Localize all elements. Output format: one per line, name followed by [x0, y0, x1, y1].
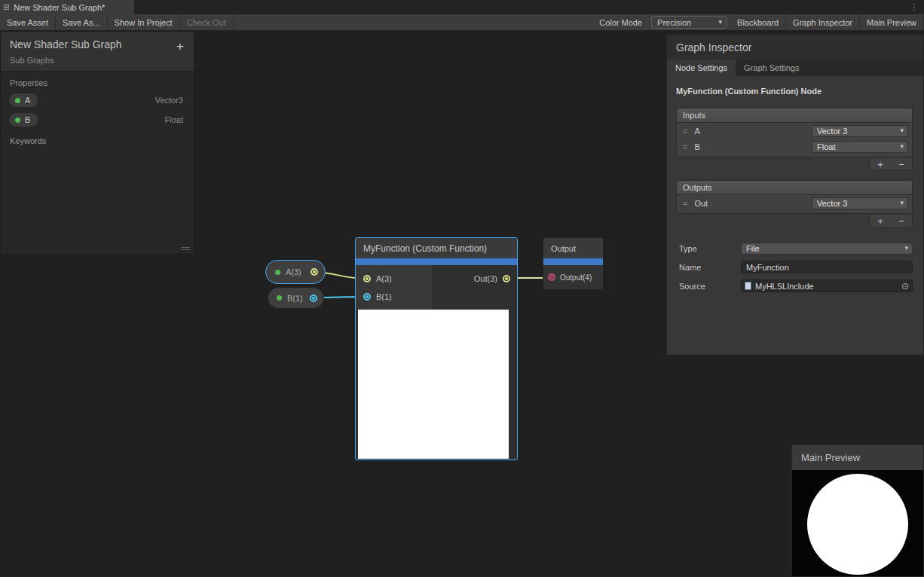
- preview-sphere: [807, 474, 908, 575]
- blackboard-subtitle: Sub Graphs: [10, 56, 185, 65]
- inputs-list: Inputs = A Vector 3 ▾ = B Float ▾: [676, 108, 913, 157]
- outputs-list-footer: + −: [667, 214, 913, 227]
- check-out-button: Check Out: [180, 14, 234, 30]
- inputs-row-a: = A Vector 3 ▾: [677, 123, 912, 139]
- input-type-dropdown[interactable]: Vector 3 ▾: [812, 125, 908, 137]
- drag-handle-icon[interactable]: =: [683, 142, 687, 151]
- add-input-button[interactable]: +: [870, 158, 891, 170]
- blackboard-panel: New Shader Sub Graph Sub Graphs + Proper…: [0, 31, 194, 255]
- property-node-a[interactable]: A(3): [265, 260, 326, 284]
- outputs-list: Outputs = Out Vector 3 ▾: [676, 180, 913, 214]
- node-title[interactable]: Output: [543, 238, 603, 258]
- node-settings-heading: MyFunction (Custom Function) Node: [667, 76, 923, 108]
- node-preview-surface: [358, 310, 509, 459]
- shader-graph-window: ⊞ New Shader Sub Graph* ⋮ Save Asset Sav…: [0, 0, 924, 577]
- graph-canvas[interactable]: A(3) B(1) MyFunction (Custom Function) A…: [0, 31, 924, 577]
- type-label: Type: [679, 244, 741, 253]
- input-port-label: A(3): [376, 274, 392, 283]
- main-preview-header[interactable]: Main Preview: [792, 445, 923, 470]
- drag-handle-icon[interactable]: =: [683, 127, 687, 136]
- property-node-label: A(3): [286, 267, 301, 276]
- graph-inspector-panel: Graph Inspector Node Settings Graph Sett…: [666, 34, 924, 356]
- blackboard-toggle-button[interactable]: Blackboard: [730, 14, 786, 30]
- node-port-area: A(3) B(1) Out(3): [356, 265, 517, 310]
- chevron-down-icon: ▾: [904, 245, 908, 252]
- output-node-port-row: Output(4): [543, 265, 603, 289]
- outputs-row-out: = Out Vector 3 ▾: [677, 195, 912, 211]
- resize-handle[interactable]: [181, 246, 190, 250]
- blackboard-header[interactable]: New Shader Sub Graph Sub Graphs +: [1, 32, 194, 72]
- name-field-row: Name MyFunction: [679, 260, 913, 274]
- property-node-label: B(1): [287, 294, 303, 303]
- exposed-dot-icon: [15, 98, 20, 103]
- asset-tab[interactable]: ⊞ New Shader Sub Graph*: [0, 0, 134, 14]
- object-picker-icon[interactable]: ⊙: [901, 282, 909, 291]
- chevron-down-icon: ▾: [719, 19, 723, 26]
- output-type-value: Vector 3: [817, 199, 847, 208]
- graph-inspector-header[interactable]: Graph Inspector: [667, 35, 923, 60]
- property-row-b: B Float: [1, 110, 194, 130]
- property-pill-label: B: [25, 115, 30, 124]
- custom-function-node[interactable]: MyFunction (Custom Function) A(3) B(1) O…: [355, 237, 518, 460]
- output-node[interactable]: Output Output(4): [543, 237, 604, 290]
- add-output-button[interactable]: +: [870, 215, 891, 227]
- keywords-section-header: Keywords: [1, 130, 194, 148]
- exposed-dot-icon: [277, 295, 282, 301]
- main-preview-panel: Main Preview: [791, 444, 924, 577]
- output-port-out[interactable]: [503, 275, 510, 282]
- node-accent-strip: [356, 258, 517, 265]
- exposed-dot-icon: [275, 270, 280, 275]
- tab-node-settings[interactable]: Node Settings: [667, 60, 736, 76]
- color-mode-dropdown[interactable]: Precision ▾: [651, 16, 727, 29]
- input-port-label: Output(4): [560, 273, 592, 282]
- main-preview-body: [792, 470, 923, 576]
- name-input[interactable]: MyFunction: [741, 261, 913, 273]
- remove-input-button[interactable]: −: [891, 158, 912, 170]
- input-row-b: B(1): [356, 288, 432, 306]
- source-label: Source: [679, 282, 741, 291]
- remove-output-button[interactable]: −: [891, 215, 912, 227]
- main-preview-toggle-button[interactable]: Main Preview: [860, 14, 924, 30]
- input-port-label: B(1): [376, 292, 392, 301]
- output-port-float[interactable]: [310, 295, 317, 302]
- property-pill-a[interactable]: A: [8, 93, 38, 108]
- source-object-field[interactable]: MyHLSLInclude ⊙: [741, 279, 913, 292]
- input-port-a[interactable]: [363, 275, 371, 282]
- chevron-down-icon: ▾: [900, 127, 904, 134]
- source-value: MyHLSLInclude: [755, 282, 814, 291]
- input-port-output4[interactable]: [548, 273, 555, 281]
- node-input-column: A(3) B(1): [356, 265, 432, 310]
- property-type-label: Vector3: [155, 96, 183, 105]
- file-icon: [745, 282, 751, 290]
- input-name: B: [694, 142, 812, 151]
- type-field-row: Type File ▾: [679, 241, 913, 255]
- save-as-button[interactable]: Save As...: [56, 14, 108, 30]
- type-dropdown[interactable]: File ▾: [741, 243, 913, 255]
- output-type-dropdown[interactable]: Vector 3 ▾: [812, 197, 908, 209]
- input-name: A: [694, 127, 812, 136]
- chevron-down-icon: ▾: [900, 143, 904, 150]
- node-title[interactable]: MyFunction (Custom Function): [356, 238, 517, 258]
- input-port-b[interactable]: [363, 293, 371, 301]
- tab-title: New Shader Sub Graph*: [14, 3, 105, 12]
- property-node-b[interactable]: B(1): [268, 287, 324, 309]
- input-type-dropdown[interactable]: Float ▾: [812, 141, 908, 153]
- inputs-row-b: = B Float ▾: [677, 139, 912, 154]
- output-port-vector3[interactable]: [311, 268, 318, 276]
- blackboard-title: New Shader Sub Graph: [10, 38, 185, 50]
- properties-section-header: Properties: [1, 72, 194, 90]
- tab-graph-settings[interactable]: Graph Settings: [736, 60, 807, 76]
- node-output-column: Out(3): [432, 265, 517, 310]
- property-pill-b[interactable]: B: [8, 112, 38, 127]
- input-type-value: Vector 3: [817, 127, 847, 136]
- output-name: Out: [694, 199, 812, 208]
- kebab-menu-icon[interactable]: ⋮: [910, 2, 919, 12]
- exposed-dot-icon: [15, 118, 20, 123]
- show-in-project-button[interactable]: Show In Project: [108, 14, 180, 30]
- toolbar-right: Color Mode Precision ▾ Blackboard Graph …: [594, 14, 924, 30]
- save-asset-button[interactable]: Save Asset: [0, 14, 56, 30]
- add-property-button[interactable]: +: [176, 40, 184, 53]
- drag-handle-icon[interactable]: =: [683, 199, 687, 208]
- graph-inspector-toggle-button[interactable]: Graph Inspector: [786, 14, 860, 30]
- input-type-value: Float: [817, 142, 835, 151]
